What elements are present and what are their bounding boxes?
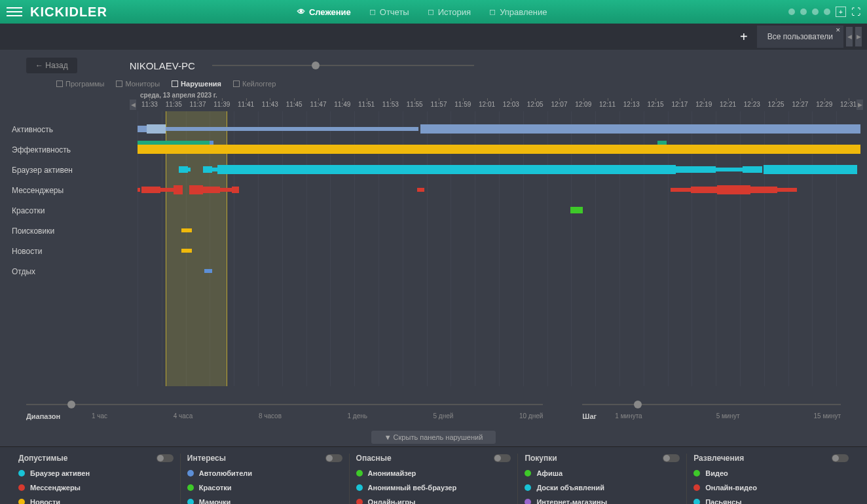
timeline-bar[interactable] [203,166,212,173]
legend-label: Анонимайзер [368,469,416,477]
legend-item[interactable]: Новости [18,498,174,504]
nav-label: Управление [500,7,547,17]
time-tick: 11:33 [138,101,162,111]
timeline-bar[interactable] [217,165,229,174]
add-tab-icon[interactable]: + [740,29,748,45]
nav-Слежение[interactable]: 👁Слежение [297,7,351,17]
filter-label: Нарушения [181,80,221,88]
legend-item[interactable]: Интернет-магазины [525,498,680,504]
filter-icon [116,81,122,87]
timeline-bar[interactable] [232,187,238,193]
timeline-bar[interactable] [420,124,860,134]
close-icon[interactable]: ✕ [836,27,841,33]
legend-item[interactable]: Красотки [187,484,342,492]
filter-icon [56,81,63,87]
legend-item[interactable]: Автолюбители [187,469,342,477]
nav-История[interactable]: ◻История [428,7,471,17]
logo: KICKIDLER [30,5,107,20]
time-tick: 11:43 [258,101,282,111]
timeline-bar[interactable] [212,168,217,171]
step-slider[interactable]: Шаг 1 минута5 минут15 минут [582,397,841,423]
timeline-bar[interactable] [743,166,763,173]
row-label: Отдых [7,261,138,281]
timeline-bar[interactable] [141,187,160,193]
fullscreen-icon[interactable]: ⛶ [851,7,860,17]
filter-Кейлоггер[interactable]: Кейлоггер [233,80,276,88]
legend-item[interactable]: Пасьянсы [693,498,849,504]
legend-toggle[interactable] [832,454,849,462]
timeline-bar[interactable] [417,188,424,192]
legend-item[interactable]: Видео [693,469,849,477]
chart-row [138,200,860,221]
filter-Нарушения[interactable]: Нарушения [172,80,221,88]
time-tick: 12:21 [716,101,740,111]
legend-bullet [187,484,194,491]
filter-Мониторы[interactable]: Мониторы [116,80,160,88]
slider-tick: 10 дней [519,412,543,420]
tab-scroll-right[interactable]: ▶ [855,27,862,46]
timeline-bar[interactable] [717,185,750,194]
timeline-bar[interactable] [229,165,676,174]
legend-item[interactable]: Доски объявлений [525,484,680,492]
range-slider[interactable]: Диапазон 1 час4 часа8 часов1 день5 дней1… [26,397,543,423]
add-window-icon[interactable]: + [836,7,846,17]
legend-bullet [18,484,25,491]
collapse-violations-button[interactable]: ▼ Скрыть панель нарушений [371,431,496,444]
legend-item[interactable]: Анонимайзер [356,469,511,477]
legend-bullet [693,484,700,491]
legend-item[interactable]: Браузер активен [18,469,174,477]
legend-toggle[interactable] [157,454,174,462]
legend-label: Браузер активен [30,469,90,477]
legend-item[interactable]: Мессенджеры [18,484,174,492]
timeline-bar[interactable] [691,187,718,193]
timeline-bar[interactable] [181,228,192,232]
legend-item[interactable]: Онлайн-игры [356,498,511,504]
timeline-bar[interactable] [138,188,140,192]
menu-icon[interactable] [7,4,22,20]
scroll-left-icon[interactable]: ◀ [130,99,136,110]
slider-tick: 1 день [348,412,367,420]
timeline-bar[interactable] [189,185,202,194]
legend-toggle[interactable] [325,454,342,462]
timeline-bar[interactable] [570,207,582,213]
timeline-bar[interactable] [657,141,667,145]
timeline-bar[interactable] [166,127,419,131]
timeline-bar[interactable] [777,188,798,192]
legend-item[interactable]: Онлайн-видео [693,484,849,492]
nav-Отчеты[interactable]: ◻Отчеты [369,7,409,17]
timeline-bar[interactable] [203,187,220,193]
timeline-bar[interactable] [676,166,716,173]
back-button[interactable]: ← Назад [26,58,77,73]
timeline-bar[interactable] [220,188,232,192]
legend-item[interactable]: Афиша [525,469,680,477]
time-tick: 12:25 [764,101,788,111]
legend-item[interactable]: Анонимный веб-браузер [356,484,511,492]
time-tick: 12:19 [692,101,716,111]
timeline-bar[interactable] [147,124,165,134]
chart-body [138,111,860,386]
timeline-bar[interactable] [181,249,192,253]
timeline-bar[interactable] [204,269,212,273]
timeline-bar[interactable] [160,188,174,192]
tab-all-users[interactable]: Все пользователи ✕ [757,26,843,48]
row-label: Активность [7,119,138,139]
nav-Управление[interactable]: ◻Управление [489,7,547,17]
legend-toggle[interactable] [663,454,680,462]
timeline-bar[interactable] [188,168,191,171]
timeline-bar[interactable] [716,168,743,171]
timeline-bar[interactable] [764,165,857,174]
timeline-bar[interactable] [671,188,691,192]
timeline-bar[interactable] [138,145,860,154]
legend-item[interactable]: Мамочки [187,498,342,504]
timeline-bar[interactable] [750,187,777,193]
timeline-bar[interactable] [179,166,188,173]
legend-toggle[interactable] [494,454,511,462]
tab-scroll-left[interactable]: ◀ [846,27,853,46]
position-slider[interactable] [212,62,474,69]
timeline-bar[interactable] [174,185,183,194]
tab-bar: + Все пользователи ✕ ◀ ▶ [0,24,867,50]
timeline-bar[interactable] [138,126,147,132]
filter-Программы[interactable]: Программы [56,80,104,88]
legend-bullet [693,470,700,477]
nav-label: История [438,7,471,17]
